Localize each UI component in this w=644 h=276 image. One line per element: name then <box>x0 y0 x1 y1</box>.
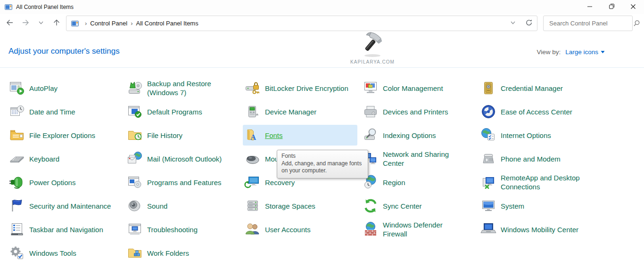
control-panel-item-device-manager[interactable]: Device Manager <box>244 100 362 123</box>
control-panel-item-sync-center[interactable]: Sync Center <box>362 194 480 218</box>
control-panel-item-label: Default Programs <box>147 107 202 116</box>
breadcrumb-all-control-panel-items[interactable]: All Control Panel Items <box>136 20 198 27</box>
phone-modem-icon <box>480 150 497 167</box>
refresh-icon <box>525 19 533 28</box>
control-panel-item-default-programs[interactable]: Default Programs <box>126 100 244 123</box>
control-panel-item-backup-and-restore-windows-7[interactable]: Backup and Restore (Windows 7) <box>126 76 244 100</box>
control-panel-item-label: Ease of Access Center <box>501 107 572 116</box>
control-panel-item-mail-microsoft-outlook[interactable]: Mail (Microsoft Outlook) <box>126 147 244 170</box>
control-panel-item-windows-tools[interactable]: Windows Tools <box>8 241 126 265</box>
close-icon <box>630 3 636 11</box>
control-panel-icon <box>71 20 79 27</box>
watermark-divider <box>0 67 644 68</box>
svg-text:A: A <box>250 133 256 142</box>
control-panel-item-user-accounts[interactable]: User Accounts <box>244 218 362 241</box>
control-panel-item-ease-of-access-center[interactable]: Ease of Access Center <box>480 100 598 123</box>
control-panel-item-label: Work Folders <box>147 249 189 258</box>
recent-locations-button[interactable] <box>34 16 48 31</box>
file-history-icon <box>126 127 143 144</box>
view-by-value: Large icons <box>565 49 598 56</box>
address-dropdown-button[interactable] <box>505 16 521 31</box>
remoteapp-icon <box>480 174 497 191</box>
programs-features-icon <box>126 174 143 191</box>
control-panel-item-sound[interactable]: Sound <box>126 194 244 218</box>
control-panel-item-label: Fonts <box>265 131 283 140</box>
recovery-icon <box>244 174 261 191</box>
breadcrumb-control-panel[interactable]: Control Panel <box>90 20 127 27</box>
search-box[interactable] <box>543 16 633 31</box>
control-panel-item-keyboard[interactable]: Keyboard <box>8 147 126 170</box>
control-panel-item-label: Power Options <box>29 178 75 187</box>
control-panel-item-label: System <box>501 202 524 211</box>
control-panel-item-autoplay[interactable]: AutoPlay <box>8 76 126 100</box>
control-panel-item-date-and-time[interactable]: Date and Time <box>8 100 126 123</box>
control-panel-item-devices-and-printers[interactable]: Devices and Printers <box>362 100 480 123</box>
indexing-options-icon <box>362 127 379 144</box>
search-input[interactable] <box>548 19 633 27</box>
control-panel-item-file-history[interactable]: File History <box>126 123 244 147</box>
control-panel-item-indexing-options[interactable]: Indexing Options <box>362 123 480 147</box>
restore-button[interactable] <box>601 0 622 14</box>
control-panel-item-system[interactable]: System <box>480 194 598 218</box>
control-panel-item-fonts[interactable]: AFonts <box>243 125 357 146</box>
minimize-button[interactable] <box>579 0 601 14</box>
forward-button[interactable] <box>18 16 33 31</box>
tooltip-body: Add, change, and manage fonts on your co… <box>281 160 363 175</box>
control-panel-item-remoteapp-and-desktop-connections[interactable]: RemoteApp and Desktop Connections <box>480 170 598 194</box>
credential-manager-icon <box>480 80 497 97</box>
view-by-dropdown[interactable]: Large icons <box>565 49 605 56</box>
windows-tools-icon <box>8 244 25 261</box>
control-panel-item-label: Phone and Modem <box>501 154 561 163</box>
hammer-icon <box>358 52 387 60</box>
control-panel-item-power-options[interactable]: Power Options <box>8 170 126 194</box>
back-arrow-icon <box>6 18 14 29</box>
address-bar[interactable]: › Control Panel › All Control Panel Item… <box>66 16 537 31</box>
control-panel-item-work-folders[interactable]: Work Folders <box>126 241 244 265</box>
control-panel-item-file-explorer-options[interactable]: File Explorer Options <box>8 123 126 147</box>
default-programs-icon <box>126 103 143 120</box>
control-panel-item-label: Sound <box>147 202 167 211</box>
work-folders-icon <box>126 244 143 261</box>
backup-restore-icon <box>126 80 143 97</box>
control-panel-item-credential-manager[interactable]: Credential Manager <box>480 76 598 100</box>
control-panel-item-troubleshooting[interactable]: Troubleshooting <box>126 218 244 241</box>
control-panel-item-windows-defender-firewall[interactable]: Windows Defender Firewall <box>362 218 480 241</box>
chevron-down-icon <box>510 19 516 28</box>
mouse-icon <box>244 150 261 167</box>
control-panel-item-label: BitLocker Drive Encryption <box>265 84 348 93</box>
tooltip-title: Fonts <box>281 153 363 160</box>
security-maintenance-icon <box>8 197 25 214</box>
minimize-icon <box>587 3 593 11</box>
control-panel-item-label: Internet Options <box>501 131 551 140</box>
control-panel-item-color-management[interactable]: Color Management <box>362 76 480 100</box>
control-panel-item-label: Credential Manager <box>501 84 563 93</box>
control-panel-item-label: Windows Mobility Center <box>501 225 578 234</box>
control-panel-item-network-and-sharing-center[interactable]: Network and Sharing Center <box>362 147 480 170</box>
control-panel-item-internet-options[interactable]: Internet Options <box>480 123 598 147</box>
control-panel-item-storage-spaces[interactable]: Storage Spaces <box>244 194 362 218</box>
refresh-button[interactable] <box>521 16 537 31</box>
control-panel-item-windows-mobility-center[interactable]: Windows Mobility Center <box>480 218 598 241</box>
back-button[interactable] <box>3 16 17 31</box>
chevron-down-icon <box>38 19 44 28</box>
control-panel-item-security-and-maintenance[interactable]: Security and Maintenance <box>8 194 126 218</box>
breadcrumb-chevron-icon: › <box>85 20 87 27</box>
control-panel-item-label: Windows Defender Firewall <box>383 220 469 238</box>
control-panel-item-label: Color Management <box>383 84 443 93</box>
control-panel-item-label: Region <box>383 178 405 187</box>
autoplay-icon <box>8 80 25 97</box>
control-panel-item-label: Windows Tools <box>29 249 76 258</box>
control-panel-item-programs-and-features[interactable]: Programs and Features <box>126 170 244 194</box>
control-panel-item-label: Network and Sharing Center <box>383 150 469 168</box>
troubleshooting-icon <box>126 221 143 238</box>
control-panel-item-region[interactable]: Region <box>362 170 480 194</box>
ease-of-access-icon <box>480 103 497 120</box>
close-button[interactable] <box>622 0 644 14</box>
control-panel-item-taskbar-and-navigation[interactable]: Taskbar and Navigation <box>8 218 126 241</box>
control-panel-item-phone-and-modem[interactable]: Phone and Modem <box>480 147 598 170</box>
up-button[interactable] <box>50 16 64 31</box>
control-panel-item-bitlocker-drive-encryption[interactable]: BitLocker Drive Encryption <box>244 76 362 100</box>
user-accounts-icon <box>244 221 261 238</box>
caret-down-icon <box>601 50 605 54</box>
devices-printers-icon <box>362 103 379 120</box>
